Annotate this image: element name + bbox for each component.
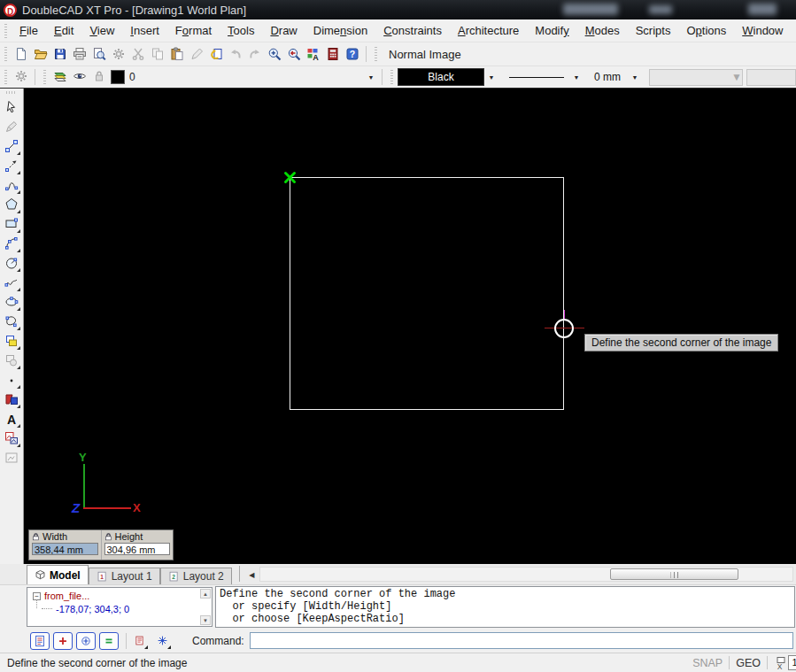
text-tool-button[interactable]: A [2,409,21,429]
drawing-canvas[interactable]: Define the second corner of the image Y … [24,89,796,564]
redo-icon [248,47,262,61]
tab-model[interactable]: Model [27,565,89,584]
menu-item-modes[interactable]: Modes [577,20,628,41]
menu-item-view[interactable]: View [81,20,122,41]
title-bar: D DoubleCAD XT Pro - [Drawing1 World Pla… [0,0,796,19]
open-file-button[interactable] [31,44,50,64]
print-button[interactable] [70,44,89,64]
print-preview-button[interactable] [89,44,109,64]
point-tool-button[interactable] [2,370,21,390]
geo-toggle[interactable]: GEO [736,657,761,669]
line-tool-button[interactable] [2,136,21,156]
rectangle-tool-button[interactable] [2,214,21,234]
chevron-down-icon[interactable]: ▼ [364,69,378,86]
prompt-panel: Define the second corner of the image or… [215,586,795,628]
lock-icon[interactable] [104,533,112,541]
toolbar-separator [126,633,127,649]
tree-child-row[interactable]: -178,07; 304,3; 0 [33,604,212,614]
tab-layout-1[interactable]: 1Layout 1 [89,568,160,584]
style-palette-button[interactable]: A [304,44,323,64]
closed-spline-tool-button[interactable] [2,312,21,331]
layer-combo[interactable]: 0 ▼ [109,68,378,87]
undo-view-button[interactable] [206,44,226,64]
zoom-previous-button[interactable] [284,44,304,64]
chevron-down-icon[interactable]: ▼ [628,69,642,86]
polygon-tool-button[interactable] [2,195,21,214]
tab-layout-2[interactable]: 2Layout 2 [160,568,232,584]
height-input[interactable]: 304,96 mm [104,543,171,555]
tree-scroll-down-button[interactable]: ▼ [200,615,211,625]
menu-item-format[interactable]: Format [167,20,220,41]
chevron-down-icon[interactable]: ▼ [569,69,583,86]
ucs-x-label: X [133,501,141,514]
line-width-combo[interactable]: 0 mm ▼ [587,68,642,87]
polyline-tool-button[interactable] [2,156,21,175]
menu-item-modify[interactable]: Modify [527,20,576,41]
copy-entities-tool-button[interactable] [2,331,21,351]
add-red-plus-button[interactable] [53,632,73,650]
print-icon [73,47,87,61]
undo-icon [228,47,243,61]
menu-item-file[interactable]: File [12,20,46,41]
layer-properties-button [12,67,31,87]
hatch-tool-button[interactable] [2,390,21,409]
titlebar-glass-reflection [563,4,618,15]
spline-tool-button[interactable] [2,175,21,195]
coordinate-fields-icon[interactable]: X [774,656,788,670]
first-corner-marker-icon [283,171,297,184]
tab-scroll-left-button[interactable]: ◀ [245,568,259,582]
circle-tool-button[interactable] [2,253,21,273]
menu-item-window[interactable]: Window [734,20,791,41]
layer-visibility-button[interactable] [70,67,89,87]
command-history-tree[interactable]: − from_file... -178,07; 304,3; 0 ▲ ▼ [27,587,213,627]
zoom-window-button[interactable] [265,44,284,64]
snap-star-button[interactable] [153,632,171,650]
width-input[interactable]: 358,44 mm [32,543,98,555]
tree-child-label[interactable]: -178,07; 304,3; 0 [56,604,129,614]
prompt-menu-button[interactable] [130,632,148,650]
status-message: Define the second corner of the image [7,657,692,669]
calculator-button[interactable] [323,44,343,64]
horizontal-scrollbar[interactable] [259,567,793,582]
insert-point-button[interactable] [76,632,96,650]
insert-image-tool-button[interactable] [2,429,21,448]
flyout-corner-icon [17,366,20,369]
select-tool-button[interactable] [2,97,21,117]
lock-icon[interactable] [32,533,40,541]
flyout-corner-icon [17,444,20,447]
menu-item-help[interactable]: Help [791,20,796,41]
chevron-down-icon[interactable]: ▼ [484,69,498,86]
menu-item-architecture[interactable]: Architecture [450,20,527,41]
save-button[interactable] [50,44,70,64]
command-input[interactable] [250,632,793,649]
scrollbar-thumb[interactable] [610,568,738,580]
menu-item-dimension[interactable]: Dimension [305,20,375,41]
menu-item-draw[interactable]: Draw [262,20,305,41]
snap-toggle[interactable]: SNAP [692,657,723,669]
format-painter-button [187,44,206,64]
menu-item-insert[interactable]: Insert [122,20,167,41]
ucs-y-axis [83,464,85,508]
disabled-field [746,69,796,86]
menu-item-scripts[interactable]: Scripts [628,20,679,41]
tree-root-row[interactable]: − from_file... [33,591,212,601]
menu-item-options[interactable]: Options [678,20,734,41]
menu-item-edit[interactable]: Edit [46,20,81,41]
arc-tool-button[interactable] [2,234,21,253]
line-style-combo[interactable]: ▼ [504,68,583,87]
equals-button[interactable] [99,632,119,650]
add-red-plus-icon [57,635,69,647]
history-list-button[interactable] [30,632,50,650]
help-button[interactable]: ? [343,44,362,64]
app-logo-icon[interactable]: D [4,4,17,17]
layers-button[interactable] [50,67,70,87]
pen-color-combo[interactable]: Black ▼ [398,68,498,87]
menu-item-tools[interactable]: Tools [220,20,262,41]
paste-button[interactable] [167,44,187,64]
new-document-button[interactable] [12,44,31,64]
tree-root-label[interactable]: from_file... [44,591,89,601]
menu-item-constraints[interactable]: Constraints [375,20,450,41]
sketch-tool-button[interactable] [2,273,21,292]
ellipse-tool-button[interactable] [2,292,21,312]
tree-scroll-up-button[interactable]: ▲ [200,589,211,599]
